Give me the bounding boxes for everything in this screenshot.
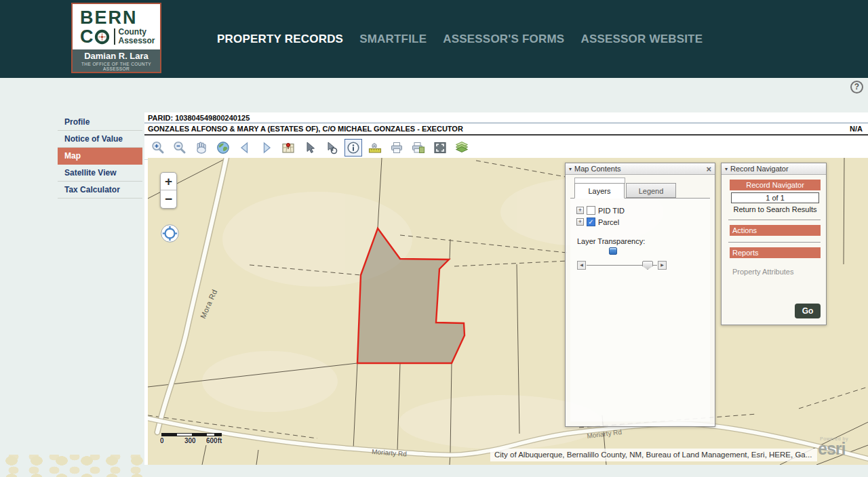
locate-button[interactable] — [160, 224, 180, 243]
expand-icon[interactable]: + — [576, 207, 584, 214]
logo-divider — [114, 28, 115, 45]
divider — [728, 220, 821, 220]
measure-tool-button[interactable] — [366, 139, 384, 157]
scale-label-600ft: 600ft — [206, 437, 222, 444]
logo-c: C — [80, 28, 94, 45]
record-navigator-title: Record Navigator — [730, 165, 823, 173]
full-screen-tool-button[interactable] — [431, 139, 449, 157]
scalebar-segment — [207, 434, 214, 436]
esri-logo: Powered by esri — [818, 436, 865, 456]
slider-thumb[interactable] — [642, 261, 653, 270]
pid-tid-checkbox[interactable] — [587, 206, 595, 215]
sidebar-item-satellite-view[interactable]: Satellite View — [58, 165, 142, 182]
select-tool-button[interactable] — [301, 139, 319, 157]
close-icon[interactable]: × — [706, 165, 711, 173]
print-tool-button[interactable] — [388, 139, 406, 157]
map-zoom-out-button[interactable]: − — [161, 190, 176, 208]
sidebar: Profile Notice of Value Map Satellite Vi… — [58, 114, 142, 199]
map-viewport: Mora Rd Moriarty Rd Moriarty Rd + − — [148, 158, 868, 465]
sidebar-item-notice-of-value[interactable]: Notice of Value — [58, 131, 142, 148]
scalebar-segment — [177, 434, 192, 436]
select-cursor-icon — [302, 140, 317, 155]
layers-box: + PID TID + ✓ Parcel Layer Transparency:… — [570, 198, 710, 421]
zia-sun-icon — [94, 29, 110, 45]
zoom-out-icon — [172, 140, 187, 155]
transparency-label: Layer Transparency: — [577, 237, 710, 245]
layers-icon — [454, 140, 469, 155]
measure-ruler-icon — [368, 140, 382, 155]
logo-line1: BERN — [80, 9, 160, 26]
record-position-input[interactable]: 1 of 1 — [731, 192, 819, 203]
slider-track[interactable] — [587, 261, 657, 270]
layer-row-parcel: + ✓ Parcel — [576, 216, 710, 228]
tab-legend[interactable]: Legend — [626, 183, 676, 198]
scale-bar: 0 300 600ft — [161, 433, 229, 444]
map-contents-header[interactable]: ▾ Map Contents × — [566, 163, 715, 175]
pan-hand-icon — [194, 140, 209, 155]
right-value: N/A — [850, 125, 863, 133]
content-area: PARID: 103804549800240125 GONZALES ALFON… — [144, 112, 868, 465]
top-navigation: PROPERTY RECORDS SMARTFILE ASSESSOR'S FO… — [217, 0, 703, 78]
overview-map-tool-button[interactable] — [279, 139, 297, 157]
collapse-arrow-icon[interactable]: ▾ — [725, 166, 728, 172]
nav-assessors-forms[interactable]: ASSESSOR'S FORMS — [443, 33, 564, 46]
info-icon — [346, 140, 361, 155]
print-map-tool-button[interactable] — [410, 139, 427, 157]
cursor-circle-icon — [324, 140, 339, 155]
nav-property-records[interactable]: PROPERTY RECORDS — [217, 33, 343, 46]
map-toolbar — [144, 136, 868, 160]
assessor-name: Damian R. Lara — [73, 51, 160, 61]
assessor-office: THE OFFICE OF THE COUNTY ASSESSOR — [73, 62, 160, 71]
bernco-logo[interactable]: BERN C County Assessor Dami — [71, 3, 161, 73]
property-attributes-link[interactable]: Property Attributes — [732, 268, 821, 276]
layer-label-parcel: Parcel — [598, 218, 619, 226]
previous-extent-tool-button[interactable] — [236, 139, 254, 157]
record-navigator-header[interactable]: ▾ Record Navigator — [722, 163, 826, 175]
transparency-value-icon[interactable] — [609, 247, 617, 255]
help-icon[interactable]: ? — [850, 81, 863, 94]
parcel-checkbox[interactable]: ✓ — [587, 217, 595, 226]
scale-label-0: 0 — [160, 437, 164, 444]
pan-tool-button[interactable] — [193, 139, 210, 157]
map-zoom-control: + − — [160, 172, 177, 209]
layer-label-pid-tid: PID TID — [598, 207, 625, 215]
map-contents-panel: ▾ Map Contents × Layers Legend + PID TID… — [565, 163, 715, 427]
reports-section-bar[interactable]: Reports — [730, 247, 821, 258]
overview-map-icon — [281, 140, 296, 155]
sidebar-item-map[interactable]: Map — [58, 148, 142, 165]
hotlink-tool-button[interactable] — [323, 139, 340, 157]
layers-tool-button[interactable] — [453, 139, 471, 157]
owner-row: GONZALES ALFONSO & MARY A (ESTATES OF), … — [144, 123, 868, 136]
sidebar-item-profile[interactable]: Profile — [58, 114, 142, 131]
transparency-slider: ◀ ▶ — [577, 261, 710, 270]
full-extent-tool-button[interactable] — [214, 139, 232, 157]
return-to-search-link[interactable]: Return to Search Results — [730, 205, 821, 213]
collapse-arrow-icon[interactable]: ▾ — [569, 166, 572, 172]
logo-assessor: Assessor — [119, 37, 155, 45]
printer-map-icon — [411, 140, 426, 155]
zoom-out-tool-button[interactable] — [171, 139, 189, 157]
slider-left-arrow[interactable]: ◀ — [577, 261, 586, 270]
zoom-in-tool-button[interactable] — [149, 139, 167, 157]
slider-right-arrow[interactable]: ▶ — [658, 261, 667, 270]
scalebar-segment — [162, 434, 177, 436]
actions-section-bar[interactable]: Actions — [730, 225, 821, 236]
divider — [728, 242, 821, 243]
expand-icon[interactable]: + — [576, 218, 584, 226]
identify-tool-button[interactable] — [344, 139, 362, 157]
decorative-dots — [0, 455, 148, 477]
go-button[interactable]: Go — [795, 304, 821, 318]
tab-layers[interactable]: Layers — [574, 183, 625, 199]
nav-smartfile[interactable]: SMARTFILE — [359, 33, 427, 46]
nav-assessor-website[interactable]: ASSESSOR WEBSITE — [580, 33, 703, 46]
logo-strip: Damian R. Lara THE OFFICE OF THE COUNTY … — [73, 49, 160, 72]
esri-brand: esri — [818, 441, 865, 456]
map-zoom-in-button[interactable]: + — [161, 173, 176, 190]
scalebar-segment — [192, 434, 207, 436]
record-navigator-panel: ▾ Record Navigator Record Navigator 1 of… — [721, 163, 827, 325]
next-extent-tool-button[interactable] — [258, 139, 275, 157]
map-contents-tabs: Layers Legend — [574, 183, 676, 199]
sidebar-item-tax-calculator[interactable]: Tax Calculator — [58, 182, 142, 199]
parid-line: PARID: 103804549800240125 — [144, 112, 868, 123]
scalebar-segment — [214, 434, 221, 436]
